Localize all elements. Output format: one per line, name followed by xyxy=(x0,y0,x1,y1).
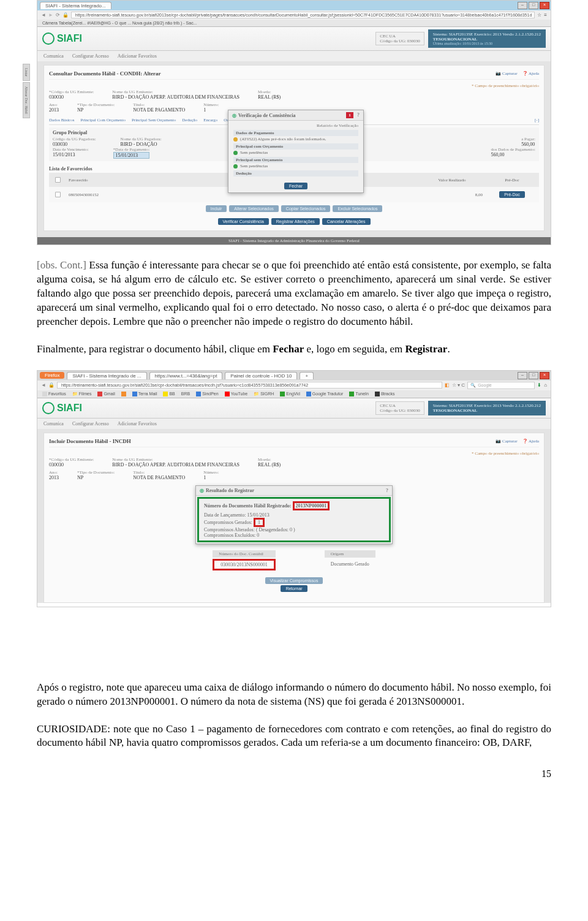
val-ano-2: 2013 xyxy=(49,475,59,480)
fav-chk-row[interactable] xyxy=(55,192,61,197)
browser-tab-a[interactable]: SIAFI - Sistema Integrado de ... xyxy=(67,372,146,379)
firefox-button[interactable]: Firefox xyxy=(40,372,64,379)
bm-gtradutor[interactable]: Google Tradutor xyxy=(306,392,344,396)
menu-comunica-2[interactable]: Comunica xyxy=(43,421,64,426)
browser-tab-b[interactable]: https://www.t...=436&lang=pt xyxy=(149,372,223,379)
minimize-button-2[interactable]: – xyxy=(518,372,527,379)
predoc-button[interactable]: Pré-Doc xyxy=(499,191,525,198)
bm-terra[interactable]: Terra Mail xyxy=(132,392,157,396)
browser-tabs-2: Firefox SIAFI - Sistema Integrado de ...… xyxy=(37,371,551,381)
ajuda-link-2[interactable]: ❓ Ajuda xyxy=(522,439,539,444)
search-engine-icon[interactable]: 🔍 xyxy=(470,383,476,388)
browser-tab-active[interactable]: SIAFI - Sistema Integrado... xyxy=(40,2,111,9)
popup-logo-icon-2: ◎ xyxy=(200,488,204,493)
cancelar-button[interactable]: Cancelar Alterações xyxy=(322,218,371,225)
ajuda-link[interactable]: ❓ Ajuda xyxy=(522,71,539,76)
url-input-2[interactable]: https://treinamento-siafi.tesouro.gov.br… xyxy=(57,382,442,388)
bm-brb[interactable]: BRB xyxy=(181,392,190,396)
doc-result-table: Número do Doc. Contábil 030030/2013NS000… xyxy=(49,550,539,570)
reload-icon[interactable]: ⟳ xyxy=(56,12,60,18)
close-button-2[interactable]: × xyxy=(540,372,549,379)
tab-encargo[interactable]: Encargo xyxy=(203,118,217,123)
bm-8tracks[interactable]: 8tracks xyxy=(375,392,395,396)
fav-chk-all[interactable] xyxy=(55,177,61,183)
search-placeholder[interactable]: Google xyxy=(478,383,492,387)
address-bar-1: ◄ ► ⟳ 🔒 https://treinamento-siafi.tesour… xyxy=(37,10,551,20)
browser-tab-add[interactable]: + xyxy=(300,372,314,379)
verificacao-popup: ◎ Verificação de Consistência 1 ? Relató… xyxy=(228,110,364,193)
retornar-button[interactable]: Retornar xyxy=(281,585,307,592)
close-button[interactable]: × xyxy=(540,2,549,9)
copiar-button[interactable]: Copiar Selecionados xyxy=(281,205,331,212)
star-icon[interactable]: ☆ xyxy=(537,12,541,18)
download-icon[interactable]: ⬇ xyxy=(537,382,541,388)
nav-fwd-icon[interactable]: ► xyxy=(48,12,53,18)
cec-info-2: CEC UA Código da UG: 030030 xyxy=(375,401,424,415)
rail-tab-alterar[interactable]: Alterar Doc. Hábil xyxy=(23,82,30,118)
tab-dados[interactable]: Dados Básicos xyxy=(49,118,74,123)
sec1-msg: (AT0522) Alguns pré-docs não foram infor… xyxy=(240,137,326,142)
popup-help-icon-2[interactable]: ? xyxy=(386,488,388,493)
siafi-header-2: SIAFI CEC UA Código da UG: 030030 Sistem… xyxy=(37,398,551,419)
nav-back-icon[interactable]: ◄ xyxy=(41,12,46,18)
visualizar-button[interactable]: Visualizar Compromissos xyxy=(265,577,323,584)
bm-tunein[interactable]: TuneIn xyxy=(349,392,369,396)
capturar-link[interactable]: 📷 Capturar xyxy=(496,71,517,76)
bm-sigrh[interactable]: 📁 SIGRH xyxy=(254,392,274,396)
siafi-logo-icon-2 xyxy=(42,402,55,414)
lbl-cug: Código da UG Pagadora: xyxy=(53,137,96,142)
excluir-button[interactable]: Excluir Selecionados xyxy=(333,205,382,212)
bm-favoritos[interactable]: Favoritos xyxy=(42,392,66,396)
maximize-button-2[interactable]: □ xyxy=(529,372,538,379)
rail-tab-listar[interactable]: Listar xyxy=(23,64,30,81)
bm-star[interactable] xyxy=(121,392,126,396)
capturar-link-2[interactable]: 📷 Capturar xyxy=(496,439,517,444)
menu-icon[interactable]: ≡ xyxy=(544,12,547,18)
window-controls: – □ × xyxy=(518,2,549,9)
menu-configurar[interactable]: Configurar Acesso xyxy=(72,53,109,59)
tab-deducao[interactable]: Dedução xyxy=(182,118,197,123)
collapse-icon[interactable]: [-] xyxy=(535,118,539,123)
maximize-button[interactable]: □ xyxy=(529,2,538,9)
menu-comunica[interactable]: Comunica xyxy=(43,53,64,59)
nav-back-icon-2[interactable]: ◄ xyxy=(41,382,46,388)
browser-chrome-2: Firefox SIAFI - Sistema Integrado de ...… xyxy=(37,371,551,398)
rss-icon[interactable]: ◧ xyxy=(445,382,450,388)
bm-filmes[interactable]: 📁 Filmes xyxy=(72,392,92,396)
browser-tab-c[interactable]: Painel de controle - HOD 10 xyxy=(225,372,297,379)
minimize-button[interactable]: – xyxy=(518,2,527,9)
siafi-app-2: SIAFI CEC UA Código da UG: 030030 Sistem… xyxy=(37,398,551,603)
tab-pso[interactable]: Principal Sem Orçamento xyxy=(132,118,176,123)
bm-youtube[interactable]: YouTube xyxy=(225,392,248,396)
menu-favoritos-2[interactable]: Adicionar Favoritos xyxy=(118,421,157,426)
bm-gmail[interactable]: Gmail xyxy=(97,392,115,396)
verificar-button[interactable]: Verificar Consistência xyxy=(218,218,269,225)
bm-sind[interactable]: SindPen xyxy=(196,392,218,396)
bm-engvid[interactable]: EngVid xyxy=(280,392,300,396)
popup-help-icon[interactable]: ? xyxy=(357,112,360,118)
menu-favoritos[interactable]: Adicionar Favoritos xyxy=(118,53,157,59)
fechar-button[interactable]: Fechar xyxy=(284,183,307,189)
lbl-codigo-ug-2: *Código da UG Emitente: xyxy=(49,457,94,462)
val-numero-2: 1 xyxy=(203,475,219,480)
tab-pco[interactable]: Principal Com Orçamento xyxy=(80,118,125,123)
incluir-button[interactable]: Incluir xyxy=(206,205,227,212)
ok-icon xyxy=(233,151,238,155)
val-moeda-2: REAL (R$) xyxy=(258,462,281,468)
url-input[interactable]: https://treinamento-siafi.tesouro.gov.br… xyxy=(71,12,535,18)
lbl-dp: *Data de Pagamento: xyxy=(113,147,150,152)
menu-configurar-2[interactable]: Configurar Acesso xyxy=(72,421,109,426)
lbl-tipo-2: *Tipo de Documento: xyxy=(77,470,115,475)
paragraph-1: [obs. Cont.] Essa função é interessante … xyxy=(37,259,551,329)
comp-exc-val: 0 xyxy=(257,533,259,538)
tesouro-label-2: TESOURONACIONAL xyxy=(433,408,541,413)
siafi-logo-2: SIAFI xyxy=(42,402,82,414)
p2-fechar: Fechar xyxy=(273,343,304,355)
bm-bb[interactable]: BB xyxy=(163,392,175,396)
siafi-logo-text: SIAFI xyxy=(57,33,82,44)
home-icon[interactable]: ⌂ xyxy=(544,382,547,388)
alterar-button[interactable]: Alterar Selecionados xyxy=(229,205,279,212)
registrar-button[interactable]: Registrar Alterações xyxy=(271,218,320,225)
siafi-logo: SIAFI xyxy=(42,32,82,45)
siafi-app-1: Listar Alterar Doc. Hábil SIAFI CEC UA C… xyxy=(37,27,551,244)
